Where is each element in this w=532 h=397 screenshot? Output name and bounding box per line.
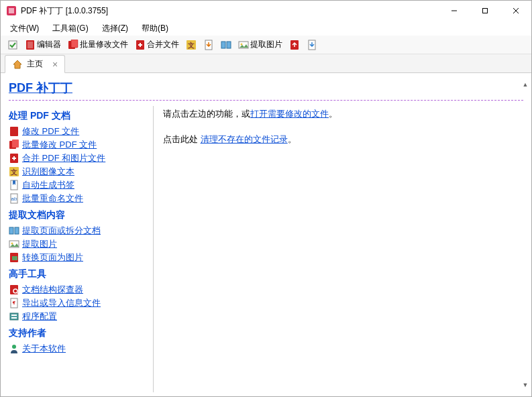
tabstrip: 主页 × bbox=[1, 54, 531, 73]
section-support-heading: 支持作者 bbox=[9, 327, 149, 339]
svg-rect-1 bbox=[9, 8, 14, 13]
link-structure-inspector-a[interactable]: 文档结构探查器 bbox=[22, 284, 83, 296]
link-ocr-a[interactable]: 识别图像文本 bbox=[22, 166, 74, 178]
link-config-a[interactable]: 程序配置 bbox=[22, 310, 57, 323]
bookmark-icon bbox=[9, 180, 19, 190]
link-modify-pdf-a[interactable]: 修改 PDF 文件 bbox=[22, 125, 79, 137]
toolbar-extract-page[interactable] bbox=[201, 38, 217, 52]
maximize-button[interactable] bbox=[470, 1, 500, 21]
split-icon bbox=[9, 225, 19, 236]
pdf-multi-icon bbox=[9, 139, 19, 150]
inspect-icon bbox=[9, 284, 19, 295]
prompt-clean-records: 点击此处 清理不存在的文件记录。 bbox=[163, 133, 523, 146]
person-icon bbox=[9, 343, 19, 354]
link-open-file[interactable]: 打开需要修改的文件 bbox=[250, 109, 329, 119]
ocr-icon: 文 bbox=[186, 40, 197, 50]
svg-text:文: 文 bbox=[10, 168, 17, 176]
svg-point-43 bbox=[12, 345, 16, 349]
minimize-button[interactable] bbox=[439, 1, 470, 21]
svg-text:ab: ab bbox=[11, 196, 17, 202]
section-advanced-heading: 高手工具 bbox=[9, 268, 149, 280]
link-batch-modify-a[interactable]: 批量修改 PDF 文件 bbox=[22, 139, 97, 151]
ocr-icon: 文 bbox=[9, 166, 19, 177]
svg-rect-23 bbox=[12, 139, 19, 148]
io-icon bbox=[9, 298, 19, 308]
page-title[interactable]: PDF 补丁丁 bbox=[9, 80, 523, 96]
toolbar-extract-img[interactable]: 提取图片 bbox=[235, 38, 285, 52]
link-export-import-a[interactable]: 导出或导入信息文件 bbox=[22, 297, 101, 309]
toolbar-merge-label: 合并文件 bbox=[147, 39, 179, 50]
link-about-a[interactable]: 关于本软件 bbox=[22, 343, 66, 355]
content-area: PDF 补丁丁 处理 PDF 文档 修改 PDF 文件 批量修改 PDF 文件 … bbox=[1, 73, 531, 396]
pdf-icon bbox=[9, 126, 19, 137]
toolbar-export[interactable] bbox=[286, 38, 303, 52]
svg-rect-3 bbox=[483, 9, 488, 13]
toolbar-ocr[interactable]: 文 bbox=[183, 38, 199, 52]
window-controls bbox=[439, 1, 531, 21]
menu-select[interactable]: 选择(Z) bbox=[97, 21, 134, 36]
svg-point-33 bbox=[11, 243, 13, 245]
import-icon bbox=[307, 40, 317, 50]
section-extract-heading: 提取文档内容 bbox=[9, 209, 149, 221]
toolbar-checkbox[interactable] bbox=[5, 38, 21, 52]
image-icon bbox=[238, 40, 249, 50]
checkbox-icon bbox=[7, 40, 18, 50]
home-icon bbox=[12, 59, 23, 70]
link-convert-to-image-a[interactable]: 转换页面为图片 bbox=[22, 251, 83, 264]
convert-icon bbox=[9, 252, 19, 263]
tab-home[interactable]: 主页 × bbox=[5, 55, 65, 73]
link-config: 程序配置 bbox=[9, 310, 149, 323]
svg-rect-6 bbox=[9, 41, 17, 49]
svg-rect-30 bbox=[9, 227, 13, 234]
link-extract-images-a[interactable]: 提取图片 bbox=[22, 238, 57, 250]
toolbar-extract-img-label: 提取图片 bbox=[250, 39, 282, 50]
toolbar-split[interactable] bbox=[218, 38, 234, 52]
menu-help[interactable]: 帮助(B) bbox=[136, 21, 174, 36]
tab-close-icon[interactable]: × bbox=[52, 60, 58, 69]
split-icon bbox=[221, 40, 231, 50]
pdf-icon bbox=[25, 40, 36, 50]
link-batch-modify: 批量修改 PDF 文件 bbox=[9, 138, 149, 152]
link-auto-bookmark: 自动生成书签 bbox=[9, 178, 149, 192]
link-merge-pdf-a[interactable]: 合并 PDF 和图片文件 bbox=[22, 152, 105, 164]
prompt-open-file: 请点击左边的功能，或打开需要修改的文件。 bbox=[163, 107, 523, 121]
link-auto-bookmark-a[interactable]: 自动生成书签 bbox=[22, 179, 74, 191]
link-extract-pages-a[interactable]: 提取页面或拆分文档 bbox=[22, 225, 101, 237]
link-export-import: 导出或导入信息文件 bbox=[9, 296, 149, 310]
link-clean-records[interactable]: 清理不存在的文件记录 bbox=[201, 134, 288, 144]
link-extract-images: 提取图片 bbox=[9, 237, 149, 251]
close-button[interactable] bbox=[500, 1, 531, 21]
scroll-down-icon[interactable]: ▼ bbox=[521, 380, 529, 390]
link-batch-rename: ab批量重命名文件 bbox=[9, 192, 149, 205]
export-icon bbox=[289, 40, 300, 50]
toolbar-merge[interactable]: 合并文件 bbox=[132, 38, 182, 52]
link-modify-pdf: 修改 PDF 文件 bbox=[9, 125, 149, 138]
scrollbar[interactable]: ▲ ▼ bbox=[521, 80, 529, 390]
section-process-heading: 处理 PDF 文档 bbox=[9, 110, 149, 122]
app-window: PDF 补丁丁 [1.0.0.3755] 文件(W) 工具箱(G) 选择(Z) … bbox=[0, 0, 532, 397]
toolbar-import[interactable] bbox=[304, 38, 320, 52]
link-batch-rename-a[interactable]: 批量重命名文件 bbox=[22, 192, 83, 205]
rename-icon: ab bbox=[9, 193, 19, 204]
menu-toolbox[interactable]: 工具箱(G) bbox=[47, 21, 93, 36]
tab-home-label: 主页 bbox=[27, 58, 43, 70]
menubar: 文件(W) 工具箱(G) 选择(Z) 帮助(B) bbox=[1, 21, 531, 36]
toolbar-batch[interactable]: 批量修改文件 bbox=[65, 38, 131, 52]
scroll-up-icon[interactable]: ▲ bbox=[521, 80, 529, 89]
toolbar: 编辑器 批量修改文件 合并文件 文 提取图片 bbox=[1, 36, 531, 54]
titlebar: PDF 补丁丁 [1.0.0.3755] bbox=[1, 1, 531, 21]
body-row: 处理 PDF 文档 修改 PDF 文件 批量修改 PDF 文件 合并 PDF 和… bbox=[9, 106, 523, 392]
svg-text:文: 文 bbox=[187, 42, 195, 49]
svg-rect-31 bbox=[15, 227, 19, 234]
pdf-multi-icon bbox=[68, 40, 78, 50]
app-icon bbox=[6, 5, 17, 16]
svg-rect-21 bbox=[10, 127, 18, 136]
config-icon bbox=[9, 311, 19, 322]
window-title: PDF 补丁丁 [1.0.0.3755] bbox=[21, 5, 439, 17]
svg-rect-10 bbox=[71, 40, 78, 48]
menu-file[interactable]: 文件(W) bbox=[5, 21, 44, 36]
link-about: 关于本软件 bbox=[9, 342, 149, 355]
extract-page-icon bbox=[203, 40, 214, 50]
toolbar-editor[interactable]: 编辑器 bbox=[22, 38, 64, 52]
right-column: 请点击左边的功能，或打开需要修改的文件。 点击此处 清理不存在的文件记录。 bbox=[153, 106, 523, 392]
